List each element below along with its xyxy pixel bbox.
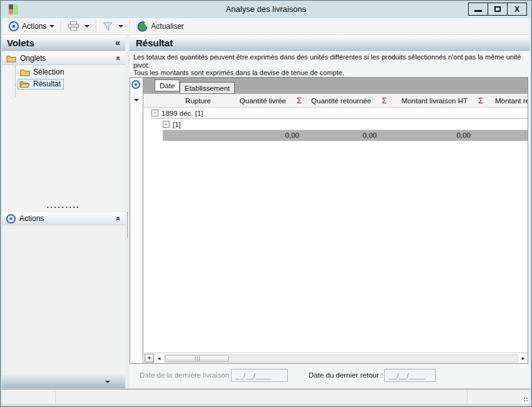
page-title: Résultat (136, 38, 173, 48)
splitter-dots (127, 212, 128, 237)
description-line-1: Les totaux des quantités peuvent être ex… (133, 53, 525, 69)
caret-down-icon (105, 381, 110, 383)
last-return-label: Date du dernier retour : (309, 371, 383, 379)
grid-rows: − 1899 déc. [1] − [1] 0,00 0,00 0,00 (143, 108, 528, 353)
actions-menu-label: Actions (22, 22, 46, 31)
filter-button[interactable] (100, 21, 116, 33)
group-tab-date[interactable]: Date (155, 80, 180, 91)
filter-dropdown-button[interactable] (116, 24, 126, 29)
minimize-button[interactable] (468, 3, 488, 16)
print-dropdown-button[interactable] (82, 24, 92, 29)
group-row-sub: − [1] (163, 119, 528, 130)
chevron-up-icon[interactable]: « (115, 217, 123, 221)
caret-down-icon (49, 25, 54, 28)
description-line-2: Tous les montants sont exprimés dans la … (133, 69, 525, 77)
result-grid: Date Etablissement Rupture Quantité livr… (130, 77, 528, 364)
status-cell-3 (468, 391, 529, 403)
filter-funnel-icon (103, 22, 113, 31)
caret-down-icon (118, 25, 123, 28)
folder-closed-icon (6, 54, 16, 63)
grid-body: Date Etablissement Rupture Quantité livr… (143, 78, 528, 363)
sidebar-splitter[interactable] (125, 35, 130, 388)
group-row-label: [1] (173, 121, 181, 128)
folder-closed-icon (20, 68, 30, 76)
splitter-drag-handle[interactable]: ········· (2, 205, 125, 210)
collapse-expander-icon[interactable]: − (163, 121, 170, 128)
scroll-left-arrow[interactable]: ◄ (156, 356, 162, 361)
sidebar-header: Volets « (2, 35, 125, 51)
tree-item-label: Sélection (33, 68, 64, 76)
last-delivery-label: Date de la dernière livraison : (140, 371, 233, 379)
scrollbar-thumb[interactable] (165, 355, 229, 362)
refresh-button[interactable]: Actualiser (134, 19, 187, 33)
column-header-row: Rupture Quantité livrée Σ Quantité retou… (143, 94, 528, 108)
tree-connector (15, 73, 19, 73)
chevron-up-icon[interactable]: « (115, 56, 123, 61)
printer-icon (68, 21, 79, 31)
group-tab-etablissement[interactable]: Etablissement (180, 82, 235, 94)
column-header-sigma[interactable]: Σ (291, 96, 307, 105)
status-bar (2, 389, 530, 404)
add-button[interactable]: + (145, 354, 154, 363)
caret-down-icon (84, 25, 90, 28)
group-by-panel: Date Etablissement (143, 78, 528, 94)
thumb-grip (199, 356, 200, 361)
tree-item-label: Résultat (33, 80, 61, 88)
grid-scroll-row: + ◄ ► (143, 353, 528, 363)
footer-fields: Date de la dernière livraison : Date du … (130, 368, 530, 384)
scroll-right-arrow[interactable]: ► (520, 356, 526, 361)
tree-item-selection[interactable]: Sélection (20, 68, 64, 76)
folder-open-icon (19, 80, 30, 88)
grid-menu-icon[interactable] (131, 80, 140, 89)
close-button[interactable]: X (507, 3, 527, 16)
sidebar-volets: Volets « Onglets « Sélection (2, 35, 125, 388)
print-button[interactable] (65, 20, 82, 33)
column-header-montant-livraison[interactable]: Montant livraison HT (392, 97, 473, 105)
main-panel: Résultat Les totaux des quantités peuven… (130, 35, 530, 388)
group-row-date: − 1899 déc. [1] (151, 108, 528, 119)
horizontal-scrollbar[interactable] (164, 354, 518, 363)
toolbar-separator (61, 20, 61, 33)
minimize-icon (474, 10, 482, 12)
column-header-sigma[interactable]: Σ (376, 96, 392, 105)
section-onglets-label: Onglets (20, 54, 46, 63)
last-return-input[interactable] (384, 369, 436, 382)
refresh-icon (136, 21, 148, 32)
thumb-grip (195, 356, 196, 361)
thumb-grip (197, 356, 198, 361)
sidebar-bottom-bar[interactable] (2, 375, 125, 388)
actions-icon (6, 214, 16, 224)
maximize-button[interactable] (488, 3, 508, 16)
caret-down-icon[interactable] (134, 99, 139, 101)
toolbar-separator (96, 20, 96, 33)
summary-amount-delivery: 0,00 (377, 131, 471, 139)
last-delivery-input[interactable] (231, 369, 288, 382)
section-onglets-header[interactable]: Onglets « (2, 52, 125, 65)
actions-menu-button[interactable]: Actions (6, 20, 57, 33)
sidebar-collapse-button[interactable]: « (115, 38, 120, 48)
tree-item-resultat[interactable]: Résultat (18, 79, 64, 90)
column-header-sigma[interactable]: Σ (473, 96, 489, 105)
maximize-icon (494, 6, 501, 12)
actions-icon (9, 21, 19, 31)
summary-row: 0,00 0,00 0,00 (163, 130, 528, 141)
onglets-tree: Sélection Résultat ········· (2, 65, 125, 211)
column-header-quantite-livree[interactable]: Quantité livrée (216, 97, 291, 105)
summary-qty-delivered: 0,00 (163, 131, 299, 139)
app-window: Analyse des livraisons X Actions (0, 0, 532, 407)
sidebar-title: Volets (7, 38, 34, 48)
column-header-quantite-retournee[interactable]: Quantité retournée (307, 97, 376, 105)
toolbar-separator (130, 20, 130, 33)
description-text: Les totaux des quantités peuvent être ex… (130, 51, 530, 77)
window-title: Analyse des livraisons (1, 4, 531, 14)
sidebar-empty-area (2, 225, 125, 375)
column-header-rupture[interactable]: Rupture (143, 97, 216, 105)
group-row-label: 1899 déc. [1] (161, 110, 203, 117)
tree-connector (15, 65, 16, 97)
section-actions-header[interactable]: Actions « (2, 212, 125, 225)
collapse-expander-icon[interactable]: − (151, 110, 158, 116)
main-header: Résultat (130, 35, 530, 51)
resize-grip-icon[interactable] (523, 396, 528, 402)
column-header-montant-retour[interactable]: Montant re (489, 97, 528, 105)
title-bar: Analyse des livraisons X (1, 1, 531, 18)
